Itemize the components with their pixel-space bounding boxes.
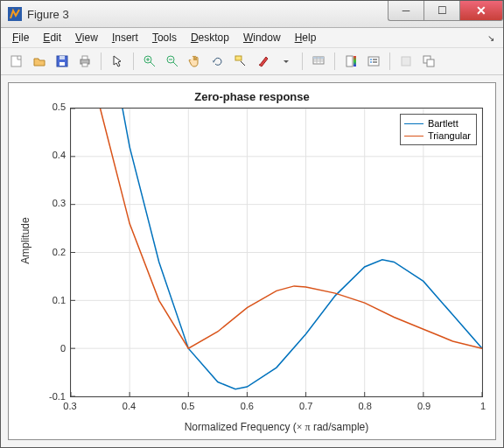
x-tick: 0.3 [60,401,80,411]
x-tick: 1 [472,401,494,411]
svg-rect-1 [11,56,21,66]
menubar: File Edit View Insert Tools Desktop Wind… [1,28,503,48]
menu-window[interactable]: Window [237,30,287,46]
x-tick: 0.8 [354,401,375,411]
axes[interactable]: Bartlett Triangular [70,108,483,397]
x-tick: 0.5 [178,401,199,411]
maximize-button[interactable]: ☐ [424,1,459,21]
y-axis-label: Amplitude [18,83,33,397]
zoom-out-icon[interactable] [162,51,183,72]
layout2-icon[interactable] [418,51,439,72]
svg-rect-10 [235,56,242,60]
axes-container: Zero-phase response Amplitude Normalized… [8,82,496,440]
colorbar-icon[interactable] [340,51,361,72]
svg-rect-7 [82,63,88,66]
layout1-icon[interactable] [396,51,416,72]
svg-rect-15 [368,57,379,66]
save-icon[interactable] [52,51,73,72]
y-tick: 0.5 [34,102,66,112]
menu-overflow-icon[interactable]: ↘ [487,33,498,43]
x-tick: 0.6 [236,401,257,411]
toolbar [1,48,503,75]
menu-insert[interactable]: Insert [106,30,144,46]
x-tick: 0.7 [296,401,317,411]
x-tick: 0.4 [118,401,139,411]
window-title: Figure 3 [27,8,388,21]
legend-entry-triangular: Triangular [404,130,471,142]
pointer-icon[interactable] [107,51,128,72]
print-icon[interactable] [74,51,95,72]
svg-rect-3 [60,62,65,66]
y-tick: 0 [34,343,66,354]
titlebar: Figure 3 ─ ☐ ✕ [1,1,503,28]
menu-desktop[interactable]: Desktop [185,30,235,46]
svg-rect-18 [427,60,434,66]
close-button[interactable]: ✕ [459,1,503,21]
menu-help[interactable]: Help [289,30,323,46]
svg-rect-6 [82,56,88,60]
y-tick: 0.1 [34,295,66,305]
app-icon [8,7,22,21]
minimize-button[interactable]: ─ [388,1,424,21]
svg-rect-13 [346,56,353,66]
legend-swatch-bartlett [404,123,424,124]
new-figure-icon[interactable] [6,51,27,72]
brush-dropdown-icon[interactable] [276,51,297,72]
menu-file[interactable]: File [6,30,35,46]
window-controls: ─ ☐ ✕ [388,1,503,27]
legend-icon[interactable] [363,51,384,72]
y-tick: 0.4 [34,150,66,160]
figure-content: Zero-phase response Amplitude Normalized… [1,75,503,447]
legend-entry-bartlett: Bartlett [404,117,471,130]
figure-window: Figure 3 ─ ☐ ✕ File Edit View Insert Too… [0,0,504,448]
plot-svg [71,108,482,396]
y-tick: 0.3 [34,198,66,208]
legend-box[interactable]: Bartlett Triangular [400,114,477,145]
data-cursor-icon[interactable] [230,51,251,72]
menu-tools[interactable]: Tools [146,30,183,46]
y-tick: -0.1 [34,391,66,402]
svg-rect-14 [354,56,356,66]
legend-swatch-triangular [404,136,424,136]
open-icon[interactable] [29,51,50,72]
x-tick: 0.9 [414,401,435,411]
menu-view[interactable]: View [69,30,104,46]
svg-rect-16 [402,57,410,66]
brush-icon[interactable] [253,51,274,72]
chart-title: Zero-phase response [9,90,495,103]
svg-rect-12 [313,57,324,59]
pan-icon[interactable] [185,51,206,72]
svg-rect-4 [60,56,65,60]
rotate-icon[interactable] [207,51,228,72]
y-tick: 0.2 [34,247,66,257]
link-icon[interactable] [308,51,329,72]
menu-edit[interactable]: Edit [37,30,67,46]
zoom-in-icon[interactable] [139,51,160,72]
x-axis-label: Normalized Frequency (× π rad/sample) [70,421,483,434]
